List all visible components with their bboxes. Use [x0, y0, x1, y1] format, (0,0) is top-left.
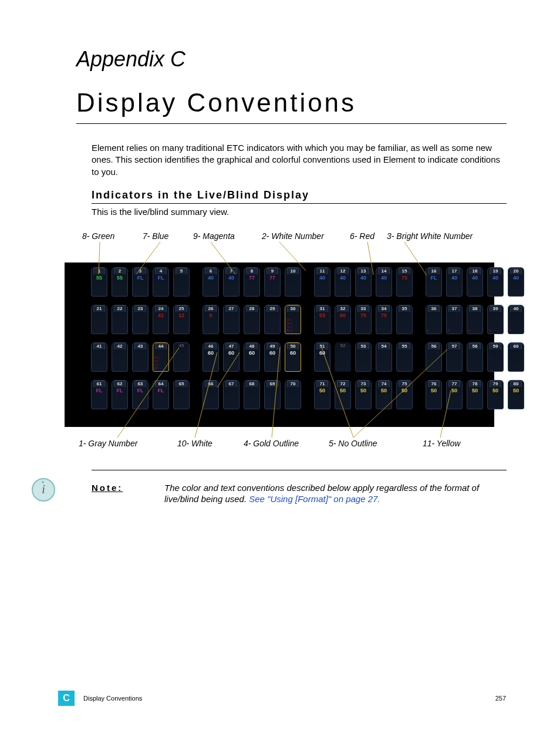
channel-cell: 60	[508, 342, 524, 372]
section-subtext: This is the live/blind summary view.	[92, 207, 229, 217]
live-blind-display: 1552553FL4FL5640740877977101140124013401…	[65, 263, 494, 427]
channel-cell: 42	[112, 342, 128, 372]
channel-cell: 35	[396, 305, 413, 334]
channel-cell: 5160	[314, 342, 330, 372]
channel-cell: 1740	[446, 267, 463, 297]
channel-cell: 10	[285, 267, 301, 297]
channel-cell: 3153	[314, 305, 330, 334]
section-heading: Indicators in the Live/Blind Display	[92, 189, 309, 201]
channel-cell: 877	[244, 267, 260, 297]
channel-cell: 44IP 1FPCPBP	[153, 342, 169, 372]
callout-label: 11- Yellow	[423, 439, 460, 448]
channel-cell: 37P	[446, 305, 463, 334]
channel-cell: 740	[223, 267, 239, 297]
channel-cell: 269	[203, 305, 219, 334]
channel-cell: 1440	[376, 267, 392, 297]
divider	[92, 203, 507, 204]
callout-label: 7- Blue	[143, 231, 168, 241]
channel-cell: 54	[376, 342, 392, 372]
channel-cell: 38P	[467, 305, 483, 334]
channel-cell: 7150	[314, 380, 330, 409]
channel-cell: 55	[396, 342, 413, 372]
channel-cell: 1575	[396, 267, 413, 297]
appendix-badge: C	[58, 691, 75, 706]
divider	[92, 470, 507, 470]
channel-cell: 5	[173, 267, 190, 297]
note-text: The color and text conventions described…	[164, 483, 505, 505]
channel-cell: 66	[203, 380, 219, 409]
channel-cell: 7250	[335, 380, 351, 409]
channel-cell: 61FL	[91, 380, 107, 409]
channel-cell: 1340	[355, 267, 372, 297]
appendix-label: Appendix C	[76, 47, 185, 72]
channel-cell: 21	[91, 305, 107, 334]
channel-cell: 7850	[467, 380, 483, 409]
page-title: Display Conventions	[76, 88, 356, 117]
channel-cell: 62FL	[112, 380, 128, 409]
channel-cell: 36P	[426, 305, 442, 334]
callout-label: 9- Magenta	[193, 231, 235, 241]
channel-cell: 68	[244, 380, 260, 409]
channel-cell: 43	[132, 342, 149, 372]
channel-cell: 41	[91, 342, 107, 372]
channel-cell: 8050	[508, 380, 524, 409]
callout-label: 8- Green	[82, 231, 114, 241]
channel-cell: 4860	[244, 342, 260, 372]
channel-cell: 4FL	[153, 267, 169, 297]
channel-cell: 67	[223, 380, 239, 409]
channel-cell: 2441	[153, 305, 169, 334]
channel-cell: 23	[132, 305, 149, 334]
channel-cell: 58	[467, 342, 483, 372]
channel-cell: 5060	[285, 342, 301, 372]
channel-cell: 63FL	[132, 380, 149, 409]
channel-cell: 30IP 1FP 2CP 2BP 2	[285, 305, 301, 334]
divider	[76, 123, 507, 124]
callout-label: 1- Gray Number	[79, 439, 137, 448]
channel-cell: 977	[264, 267, 281, 297]
channel-cell: 45	[173, 342, 190, 372]
channel-cell: 56	[426, 342, 442, 372]
channel-cell: 1240	[335, 267, 351, 297]
footer-title: Display Conventions	[83, 695, 142, 702]
channel-cell: 2040	[508, 267, 524, 297]
channel-cell: 3375	[355, 305, 372, 334]
channel-cell: 4960	[264, 342, 281, 372]
channel-cell: 69	[264, 380, 281, 409]
channel-cell: 3FL	[132, 267, 149, 297]
callout-label: 5- No Outline	[329, 439, 377, 448]
channel-cell: 64FL	[153, 380, 169, 409]
channel-cell: 65	[173, 380, 190, 409]
channel-cell: 57	[446, 342, 463, 372]
callout-label: 4- Gold Outline	[244, 439, 299, 448]
note-link[interactable]: See "Using [Format]" on page 27.	[249, 494, 380, 504]
info-icon: i	[32, 478, 55, 502]
callout-label: 10- White	[177, 439, 212, 448]
channel-cell: 53	[355, 342, 372, 372]
channel-cell: 3475	[376, 305, 392, 334]
channel-cell: 155	[91, 267, 107, 297]
channel-cell: 1940	[487, 267, 504, 297]
channel-cell: 7650	[426, 380, 442, 409]
channel-cell: 4660	[203, 342, 219, 372]
page-number: 257	[495, 695, 506, 702]
channel-cell: 2512	[173, 305, 190, 334]
callout-label: 3- Bright White Number	[387, 231, 473, 241]
channel-cell: 1840	[467, 267, 483, 297]
callout-label: 6- Red	[350, 231, 375, 241]
intro-paragraph: Element relies on many traditional ETC i…	[92, 142, 502, 178]
channel-cell: 39P	[487, 305, 504, 334]
channel-cell: 40P	[508, 305, 524, 334]
channel-cell: 7950	[487, 380, 504, 409]
channel-cell: 70	[285, 380, 301, 409]
channel-cell: 7750	[446, 380, 463, 409]
channel-cell: 4760	[223, 342, 239, 372]
channel-cell: 255	[112, 267, 128, 297]
channel-cell: 7450	[376, 380, 392, 409]
channel-cell: 52	[335, 342, 351, 372]
channel-cell: 28	[244, 305, 260, 334]
channel-cell: 29	[264, 305, 281, 334]
channel-cell: 1140	[314, 267, 330, 297]
channel-cell: 22	[112, 305, 128, 334]
channel-cell: 640	[203, 267, 219, 297]
channel-cell: 27	[223, 305, 239, 334]
